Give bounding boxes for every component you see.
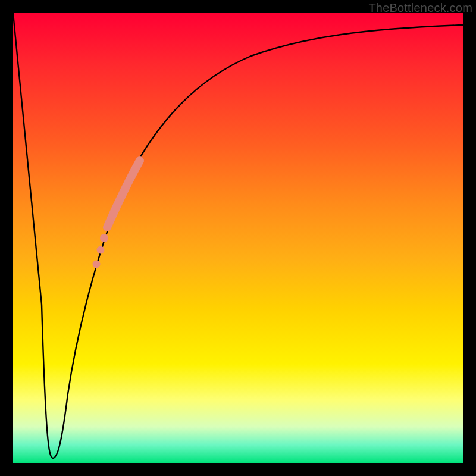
plot-area (13, 13, 463, 463)
highlight-segment (107, 161, 140, 227)
highlight-dot-2 (97, 246, 105, 254)
watermark-text: TheBottleneck.com (368, 1, 472, 15)
bottleneck-curve (13, 13, 463, 458)
highlight-dot-1 (100, 234, 108, 242)
chart-frame: TheBottleneck.com (0, 0, 476, 476)
chart-svg (13, 13, 463, 463)
highlight-dot-3 (93, 261, 101, 268)
